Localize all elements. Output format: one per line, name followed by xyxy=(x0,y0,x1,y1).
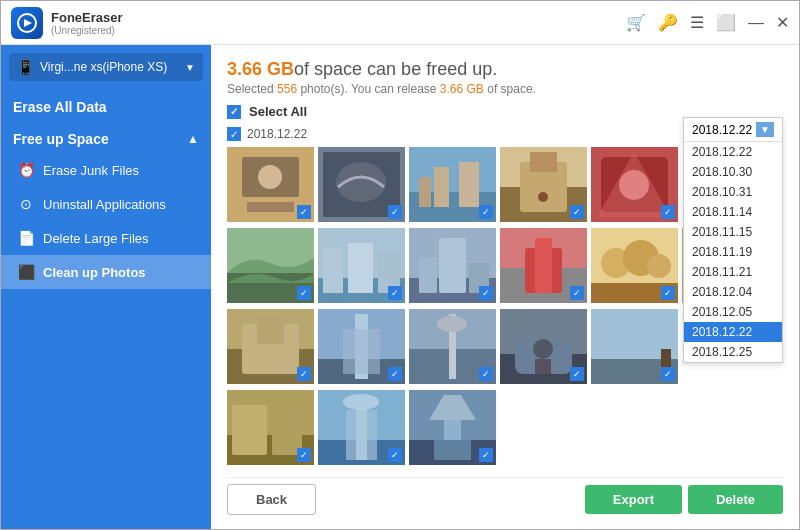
date-group-checkbox[interactable]: ✓ xyxy=(227,127,241,141)
photo-check[interactable]: ✓ xyxy=(479,448,493,462)
photo-thumb[interactable]: ✓ xyxy=(318,390,405,465)
photo-thumb[interactable]: ✓ xyxy=(318,147,405,222)
minimize-icon[interactable]: — xyxy=(748,14,764,32)
svg-rect-31 xyxy=(419,258,437,293)
photo-check[interactable]: ✓ xyxy=(388,367,402,381)
photo-thumb[interactable]: ✓ xyxy=(409,309,496,384)
back-button[interactable]: Back xyxy=(227,484,316,515)
photo-thumb[interactable]: ✓ xyxy=(227,228,314,303)
date-option-10[interactable]: 2018.12.25 xyxy=(684,342,782,362)
svg-rect-4 xyxy=(247,202,294,212)
photo-check[interactable]: ✓ xyxy=(661,205,675,219)
dropdown-arrow-icon: ▼ xyxy=(756,122,774,137)
date-option-8[interactable]: 2018.12.05 xyxy=(684,302,782,322)
photo-thumb[interactable]: ✓ xyxy=(227,147,314,222)
sidebar: 📱 Virgi...ne xs(iPhone XS) ▼ Erase All D… xyxy=(1,45,211,529)
clean-photos-icon: ⬛ xyxy=(17,263,35,281)
photo-check[interactable]: ✓ xyxy=(479,205,493,219)
free-up-space-header[interactable]: Free up Space ▲ xyxy=(1,121,211,153)
sidebar-item-delete-large[interactable]: 📄 Delete Large Files xyxy=(1,221,211,255)
date-dropdown-header[interactable]: 2018.12.22 ▼ xyxy=(684,118,782,142)
app-window: FoneEraser (Unregistered) 🛒 🔑 ☰ ⬜ — ✕ 📱 … xyxy=(0,0,800,530)
photo-thumb[interactable]: ✓ xyxy=(500,228,587,303)
erase-junk-icon: ⏰ xyxy=(17,161,35,179)
main-layout: 📱 Virgi...ne xs(iPhone XS) ▼ Erase All D… xyxy=(1,45,799,529)
photo-thumb[interactable]: ✓ xyxy=(227,309,314,384)
date-option-4[interactable]: 2018.11.15 xyxy=(684,222,782,242)
photo-check[interactable]: ✓ xyxy=(388,205,402,219)
photo-check[interactable]: ✓ xyxy=(570,286,584,300)
photo-check[interactable]: ✓ xyxy=(661,286,675,300)
svg-rect-36 xyxy=(535,238,552,293)
photo-thumb[interactable]: ✓ xyxy=(227,390,314,465)
date-dropdown[interactable]: 2018.12.22 ▼ 2018.12.22 2018.10.30 2018.… xyxy=(683,117,783,363)
export-button[interactable]: Export xyxy=(585,485,682,514)
date-option-6[interactable]: 2018.11.21 xyxy=(684,262,782,282)
svg-rect-69 xyxy=(232,405,267,455)
space-title-text: of space can be freed up. xyxy=(294,59,497,79)
close-icon[interactable]: ✕ xyxy=(776,13,789,32)
select-all-label: Select All xyxy=(249,104,307,119)
photo-thumb[interactable]: ✓ xyxy=(409,228,496,303)
date-dropdown-container: 2018.12.22 ▼ 2018.12.22 2018.10.30 2018.… xyxy=(683,117,783,363)
select-all-checkbox[interactable]: ✓ xyxy=(227,105,241,119)
device-arrow-icon: ▼ xyxy=(185,62,195,73)
app-sub: (Unregistered) xyxy=(51,25,123,36)
free-up-space-label: Free up Space xyxy=(13,131,109,147)
photo-check[interactable]: ✓ xyxy=(479,286,493,300)
selected-count: 556 xyxy=(277,82,297,96)
date-option-5[interactable]: 2018.11.19 xyxy=(684,242,782,262)
menu-icon[interactable]: ☰ xyxy=(690,13,704,32)
date-option-1[interactable]: 2018.10.30 xyxy=(684,162,782,182)
device-selector[interactable]: 📱 Virgi...ne xs(iPhone XS) ▼ xyxy=(9,53,203,81)
cart-icon[interactable]: 🛒 xyxy=(626,13,646,32)
photo-check[interactable]: ✓ xyxy=(297,448,311,462)
sidebar-item-uninstall-apps[interactable]: ⊙ Uninstall Applications xyxy=(1,187,211,221)
photo-thumb[interactable]: ✓ xyxy=(409,147,496,222)
date-option-3[interactable]: 2018.11.14 xyxy=(684,202,782,222)
photo-check[interactable]: ✓ xyxy=(570,205,584,219)
device-icon: 📱 xyxy=(17,59,34,75)
selected-date-label: 2018.12.22 xyxy=(692,123,752,137)
space-header: 3.66 GBof space can be freed up. Selecte… xyxy=(227,59,783,96)
photo-check[interactable]: ✓ xyxy=(388,286,402,300)
key-icon[interactable]: 🔑 xyxy=(658,13,678,32)
window-icon[interactable]: ⬜ xyxy=(716,13,736,32)
date-group-text: 2018.12.22 xyxy=(247,127,307,141)
svg-rect-12 xyxy=(419,177,431,207)
photo-thumb[interactable]: ✓ xyxy=(591,309,678,384)
app-logo xyxy=(11,7,43,39)
photo-check[interactable]: ✓ xyxy=(479,367,493,381)
sidebar-item-clean-photos[interactable]: ⬛ Clean up Photos xyxy=(1,255,211,289)
photo-thumb[interactable]: ✓ xyxy=(409,390,496,465)
svg-point-75 xyxy=(343,394,379,410)
photo-check[interactable]: ✓ xyxy=(297,367,311,381)
date-option-9[interactable]: 2018.12.22 xyxy=(684,322,782,342)
space-amount: 3.66 GB xyxy=(227,59,294,79)
photo-thumb[interactable]: ✓ xyxy=(591,228,678,303)
photo-check[interactable]: ✓ xyxy=(297,205,311,219)
photo-thumb[interactable]: ✓ xyxy=(591,147,678,222)
svg-point-40 xyxy=(647,254,671,278)
photo-check[interactable]: ✓ xyxy=(388,448,402,462)
svg-rect-11 xyxy=(459,162,479,207)
photo-check[interactable]: ✓ xyxy=(661,367,675,381)
sidebar-item-label: Delete Large Files xyxy=(43,231,149,246)
title-bar-right: 🛒 🔑 ☰ ⬜ — ✕ xyxy=(626,13,789,32)
footer-right: Export Delete xyxy=(585,485,783,514)
date-option-7[interactable]: 2018.12.04 xyxy=(684,282,782,302)
collapse-arrow-icon: ▲ xyxy=(187,132,199,146)
svg-rect-62 xyxy=(535,359,551,374)
photo-thumb[interactable]: ✓ xyxy=(500,147,587,222)
photo-check[interactable]: ✓ xyxy=(297,286,311,300)
photo-check[interactable]: ✓ xyxy=(570,367,584,381)
photo-thumb[interactable]: ✓ xyxy=(318,309,405,384)
delete-button[interactable]: Delete xyxy=(688,485,783,514)
sidebar-item-erase-junk[interactable]: ⏰ Erase Junk Files xyxy=(1,153,211,187)
date-option-0[interactable]: 2018.12.22 xyxy=(684,142,782,162)
sub-text1: Selected xyxy=(227,82,277,96)
photo-thumb[interactable]: ✓ xyxy=(318,228,405,303)
photo-thumb[interactable]: ✓ xyxy=(500,309,587,384)
date-option-2[interactable]: 2018.10.31 xyxy=(684,182,782,202)
erase-all-data-label[interactable]: Erase All Data xyxy=(1,89,211,121)
